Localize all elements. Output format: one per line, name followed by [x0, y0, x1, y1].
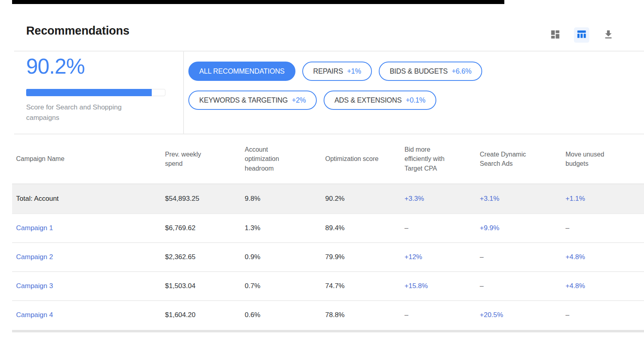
- metric-value: 9.8%: [245, 195, 260, 202]
- metric-value: $1,503.04: [165, 282, 196, 290]
- column-header[interactable]: Prev. weekly spend: [165, 150, 245, 168]
- column-header[interactable]: Optimization score: [325, 154, 405, 163]
- column-header[interactable]: Bid more efficiently with Target CPA: [405, 145, 480, 173]
- uplift-value[interactable]: +20.5%: [480, 311, 503, 319]
- filter-chip-label: REPAIRS: [313, 67, 343, 76]
- campaign-link[interactable]: Campaign 3: [16, 282, 53, 290]
- filter-chip-label: KEYWORDS & TARGETING: [199, 96, 288, 105]
- campaign-link[interactable]: Campaign 4: [16, 311, 53, 319]
- filter-chip-ads-extensions[interactable]: ADS & EXTENSIONS+0.1%: [324, 91, 436, 110]
- header-divider: [14, 51, 644, 52]
- table-header-row: Campaign NamePrev. weekly spendAccount o…: [0, 134, 644, 183]
- column-header-label: Account optimization headroom: [245, 145, 287, 173]
- filter-chip-delta: +0.1%: [406, 96, 425, 105]
- column-header[interactable]: Campaign Name: [16, 154, 165, 163]
- view-toolbar: [547, 27, 616, 43]
- score-progress-fill: [26, 89, 152, 96]
- dashboard-view-button[interactable]: [547, 27, 563, 43]
- uplift-value[interactable]: +4.8%: [566, 282, 585, 290]
- no-value-dash: –: [480, 253, 483, 261]
- column-header-label: Bid more efficiently with Target CPA: [405, 145, 454, 173]
- no-value-dash: –: [480, 282, 483, 290]
- filter-chip-repairs[interactable]: REPAIRS+1%: [302, 62, 372, 81]
- metric-value: 0.6%: [245, 311, 260, 319]
- uplift-value[interactable]: +1.1%: [566, 195, 585, 202]
- column-header-label: Optimization score: [325, 154, 379, 163]
- column-header-label: Create Dynamic Search Ads: [480, 150, 530, 168]
- uplift-value[interactable]: +3.1%: [480, 195, 500, 202]
- table-view-button[interactable]: [574, 27, 589, 43]
- uplift-value[interactable]: +4.8%: [566, 253, 585, 261]
- dashboard-icon: [550, 29, 561, 41]
- table-row: Campaign 3$1,503.040.7%74.7%+15.8%–+4.8%: [12, 271, 644, 300]
- page-title: Recommendations: [26, 24, 129, 37]
- table-body: Total: Account$54,893.259.8%90.2%+3.3%+3…: [12, 183, 644, 329]
- campaign-link[interactable]: Campaign 1: [16, 224, 53, 232]
- no-value-dash: –: [566, 311, 569, 319]
- filter-chip-label: ALL RECOMMENDATIONS: [199, 67, 285, 76]
- recommendations-table: Campaign NamePrev. weekly spendAccount o…: [0, 134, 644, 329]
- campaign-link[interactable]: Campaign 2: [16, 253, 53, 261]
- table-view-icon: [576, 29, 587, 41]
- filter-chip-delta: +1%: [347, 67, 361, 76]
- optimization-score-value: 90.2%: [26, 54, 85, 78]
- metric-value: 0.7%: [245, 282, 260, 290]
- filter-chip-all-recommendations[interactable]: ALL RECOMMENDATIONS: [188, 62, 295, 81]
- filter-chip-label: ADS & EXTENSIONS: [334, 96, 402, 105]
- table-row: Campaign 1$6,769.621.3%89.4%–+9.9%–: [12, 213, 644, 242]
- metric-value: 79.9%: [325, 253, 345, 261]
- download-button[interactable]: [601, 27, 616, 43]
- metric-value: $6,769.62: [165, 224, 196, 232]
- score-caption: Score for Search and Shopping campaigns: [26, 102, 151, 124]
- uplift-value[interactable]: +15.8%: [405, 282, 428, 290]
- uplift-value[interactable]: +9.9%: [480, 224, 500, 232]
- metric-value: 89.4%: [325, 224, 345, 232]
- column-header[interactable]: Create Dynamic Search Ads: [480, 150, 566, 168]
- filter-chip-label: BIDS & BUDGETS: [390, 67, 448, 76]
- metric-value: $1,604.20: [165, 311, 196, 319]
- metric-value: 0.9%: [245, 253, 260, 261]
- column-header[interactable]: Move unused budgets: [566, 150, 644, 168]
- top-black-bar: [12, 0, 504, 4]
- filter-chip-keywords-targeting[interactable]: KEYWORDS & TARGETING+2%: [188, 91, 317, 110]
- total-label: Total: Account: [16, 195, 59, 202]
- metric-value: 90.2%: [325, 195, 345, 202]
- vertical-divider: [183, 51, 184, 134]
- no-value-dash: –: [566, 224, 569, 232]
- table-bottom-border: [12, 330, 644, 332]
- filter-chips: ALL RECOMMENDATIONSREPAIRS+1%BIDS & BUDG…: [188, 62, 530, 110]
- score-progress-bar: [26, 89, 165, 96]
- table-row: Campaign 2$2,362.650.9%79.9%+12%–+4.8%: [12, 242, 644, 271]
- no-value-dash: –: [405, 224, 408, 232]
- filter-chip-delta: +2%: [292, 96, 306, 105]
- download-icon: [603, 29, 614, 41]
- table-row: Campaign 4$1,604.200.6%78.8%–+20.5%–: [12, 300, 644, 329]
- metric-value: 74.7%: [325, 282, 345, 290]
- filter-chip-bids-budgets[interactable]: BIDS & BUDGETS+6.6%: [379, 62, 482, 81]
- metric-value: 1.3%: [245, 224, 260, 232]
- metric-value: $54,893.25: [165, 195, 199, 202]
- metric-value: 78.8%: [325, 311, 345, 319]
- table-row-total: Total: Account$54,893.259.8%90.2%+3.3%+3…: [12, 183, 644, 213]
- column-header-label: Campaign Name: [16, 154, 64, 163]
- uplift-value[interactable]: +3.3%: [405, 195, 424, 202]
- no-value-dash: –: [405, 311, 408, 319]
- filter-chip-delta: +6.6%: [452, 67, 471, 76]
- column-header-label: Move unused budgets: [566, 150, 610, 168]
- column-header[interactable]: Account optimization headroom: [245, 145, 325, 173]
- column-header-label: Prev. weekly spend: [165, 150, 205, 168]
- metric-value: $2,362.65: [165, 253, 196, 261]
- uplift-value[interactable]: +12%: [405, 253, 422, 261]
